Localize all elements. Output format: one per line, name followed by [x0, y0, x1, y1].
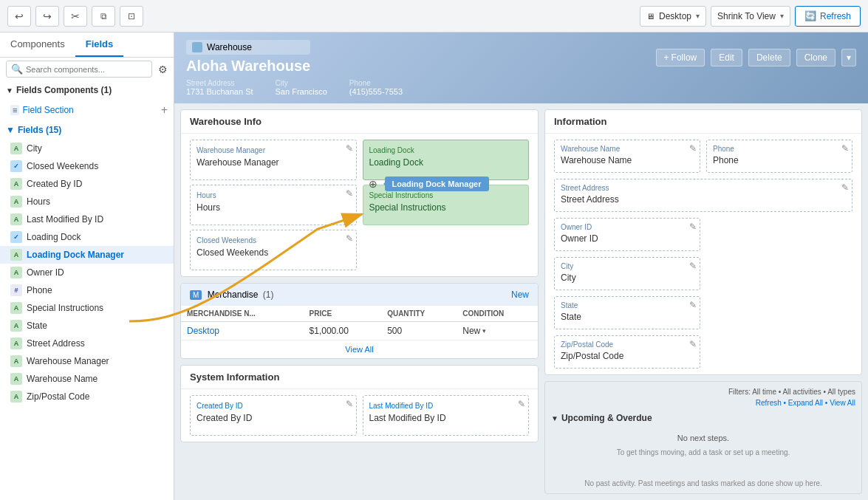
- system-info-grid: Created By ID Created By ID ✎ Last Modif…: [190, 395, 529, 436]
- edit-pencil-icon[interactable]: ✎: [689, 261, 697, 271]
- edit-pencil-icon[interactable]: ✎: [689, 300, 697, 310]
- paste-button[interactable]: ⊡: [120, 6, 143, 27]
- field-type-badge-a: A: [10, 355, 22, 367]
- owner-id-label: Owner ID: [561, 223, 694, 231]
- field-item-created-by-id[interactable]: A Created By ID: [0, 175, 174, 193]
- tab-components[interactable]: Components: [0, 32, 75, 57]
- fields-count-label: Fields (15): [18, 125, 61, 135]
- view-select[interactable]: Shrink To View ▾: [711, 6, 790, 27]
- merchandise-header: M Merchandise (1) New: [181, 284, 538, 306]
- edit-button[interactable]: Edit: [711, 49, 742, 66]
- condition-select[interactable]: New ▾: [462, 326, 532, 336]
- device-select[interactable]: 🖥 Desktop ▾: [640, 6, 706, 27]
- fields-components-header[interactable]: ▼ Fields Components (1): [0, 81, 174, 100]
- hours-label: Hours: [197, 191, 350, 199]
- field-item-owner-id[interactable]: A Owner ID: [0, 264, 174, 281]
- edit-pencil-icon[interactable]: ✎: [689, 222, 697, 232]
- field-item-hours[interactable]: A Hours: [0, 193, 174, 210]
- copy-button[interactable]: ⧉: [92, 6, 115, 27]
- loading-dock-label: Loading Dock: [369, 146, 523, 154]
- field-name: Hours: [27, 196, 50, 207]
- chevron-down-icon: ▼: [6, 86, 13, 95]
- edit-pencil-icon[interactable]: ✎: [346, 399, 353, 409]
- merch-col-price: PRICE: [304, 306, 382, 322]
- refresh-button[interactable]: 🔄 Refresh: [795, 6, 861, 27]
- field-item-closed-weekends[interactable]: ✓ Closed Weekends: [0, 157, 174, 175]
- created-by-field: Created By ID Created By ID ✎: [190, 395, 357, 436]
- sidebar: Components Fields 🔍 ⚙ ▼ Fields Component…: [0, 32, 174, 500]
- field-type-badge-a: A: [10, 178, 22, 190]
- field-type-badge-a: A: [10, 373, 22, 385]
- edit-pencil-icon[interactable]: ✎: [518, 399, 525, 409]
- redo-button[interactable]: ↪: [35, 6, 59, 27]
- edit-pencil-icon[interactable]: ✎: [346, 188, 353, 199]
- field-section-label: Field Section: [22, 105, 73, 115]
- follow-plus-icon: +: [664, 52, 669, 63]
- field-item-last-modified-by-id[interactable]: A Last Modified By ID: [0, 210, 174, 228]
- upcoming-overdue-header: ▼ Upcoming & Overdue: [551, 413, 855, 423]
- field-item-loading-dock-manager[interactable]: A Loading Dock Manager: [0, 246, 174, 264]
- field-item-zip[interactable]: A Zip/Postal Code: [0, 388, 174, 405]
- edit-pencil-icon[interactable]: ✎: [841, 143, 849, 154]
- field-section-item[interactable]: ≡ Field Section +: [0, 100, 174, 120]
- edit-pencil-icon[interactable]: ✎: [346, 233, 353, 244]
- field-item-phone[interactable]: # Phone: [0, 281, 174, 299]
- field-item-warehouse-name[interactable]: A Warehouse Name: [0, 370, 174, 388]
- closed-weekends-label: Closed Weekends: [197, 236, 350, 244]
- add-field-section-icon[interactable]: +: [161, 103, 168, 117]
- field-type-badge-a: A: [10, 391, 22, 403]
- warehouse-info-title: Warehouse Info: [190, 116, 262, 127]
- merch-row-condition: New ▾: [457, 322, 538, 340]
- field-name: Created By ID: [27, 179, 82, 189]
- fields-section-header[interactable]: ▼ Fields (15): [0, 120, 174, 140]
- field-name: Street Address: [27, 338, 85, 349]
- address-label: Street Address: [186, 79, 253, 87]
- merch-row-name[interactable]: Desktop: [181, 322, 304, 340]
- search-icon: 🔍: [11, 64, 23, 75]
- field-item-state[interactable]: A State: [0, 317, 174, 335]
- last-modified-value: Last Modified By ID: [369, 413, 523, 423]
- field-item-special-instructions[interactable]: A Special Instructions: [0, 299, 174, 317]
- tab-fields[interactable]: Fields: [75, 32, 124, 57]
- activity-actions[interactable]: Refresh • Expand All • View All: [551, 399, 855, 407]
- follow-label: Follow: [671, 52, 697, 63]
- view-all-link[interactable]: View All: [181, 340, 538, 358]
- fields-chevron-icon: ▼: [6, 125, 15, 135]
- field-item-city[interactable]: A City: [0, 140, 174, 157]
- cut-button[interactable]: ✂: [64, 6, 87, 27]
- search-input[interactable]: [26, 65, 147, 74]
- street-addr-value: Street Address: [561, 194, 846, 205]
- more-button[interactable]: ▾: [841, 49, 856, 66]
- undo-button[interactable]: ↩: [7, 6, 31, 27]
- new-merchandise-button[interactable]: New: [511, 290, 529, 300]
- merchandise-card: M Merchandise (1) New MERCHANDISE N... P…: [180, 283, 539, 359]
- street-addr-label: Street Address: [561, 184, 846, 192]
- clone-button[interactable]: Clone: [796, 49, 835, 66]
- field-item-street-address[interactable]: A Street Address: [0, 335, 174, 352]
- upcoming-label: Upcoming & Overdue: [561, 413, 652, 423]
- follow-button[interactable]: + Follow: [656, 49, 705, 66]
- field-item-loading-dock[interactable]: ✓ Loading Dock: [0, 228, 174, 246]
- edit-pencil-icon[interactable]: ✎: [841, 182, 849, 193]
- no-steps-text: No next steps.: [551, 429, 855, 447]
- phone-label: Phone: [349, 79, 403, 87]
- drag-tooltip: Loading Dock Manager: [385, 177, 489, 191]
- merchandise-title: Merchandise: [208, 290, 259, 300]
- search-box: 🔍: [6, 61, 152, 78]
- zip-field: Zip/Postal Code Zip/Postal Code ✎: [554, 335, 700, 369]
- delete-button[interactable]: Delete: [748, 49, 790, 66]
- edit-pencil-icon[interactable]: ✎: [689, 339, 697, 349]
- information-grid: Warehouse Name Warehouse Name ✎ Phone Ph…: [545, 134, 861, 374]
- edit-pencil-icon[interactable]: ✎: [346, 143, 353, 154]
- field-type-badge-a: A: [10, 213, 22, 225]
- address-field: Street Address 1731 Buchanan St: [186, 79, 253, 96]
- last-modified-field: Last Modified By ID Last Modified By ID …: [363, 395, 530, 436]
- edit-pencil-icon[interactable]: ✎: [689, 143, 697, 154]
- field-item-warehouse-manager[interactable]: A Warehouse Manager: [0, 352, 174, 370]
- field-name: City: [27, 143, 42, 154]
- information-card: Information Warehouse Name Warehouse Nam…: [544, 109, 862, 375]
- gear-icon[interactable]: ⚙: [158, 64, 168, 75]
- field-section-icon: ≡: [10, 105, 19, 115]
- special-instructions-value: Special Instructions: [369, 202, 523, 213]
- refresh-label: Refresh: [820, 11, 851, 21]
